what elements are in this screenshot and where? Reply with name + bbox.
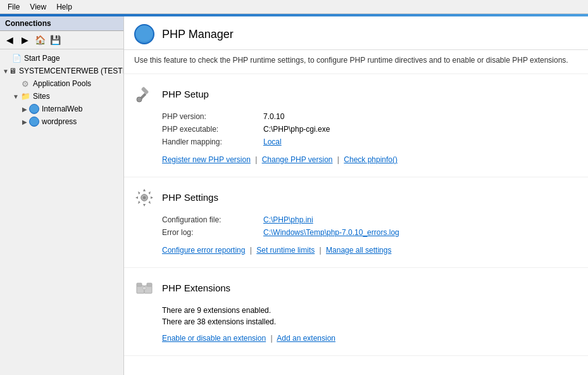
sidebar-item-wordpress[interactable]: ▶ wordpress [0,115,123,128]
settings-icon [134,188,154,208]
tree-label: wordpress [42,117,77,126]
tree-label: Sites [33,92,50,101]
svg-rect-9 [147,283,152,286]
extensions-icon [134,278,154,298]
settings-action-links: Configure error reporting | Set runtime … [134,241,578,262]
tree-label: InternalWeb [42,105,82,113]
error-log-link[interactable]: C:\Windows\Temp\php-7.0.10_errors.log [263,228,399,237]
check-phpinfo-link[interactable]: Check phpinfo() [344,155,397,164]
svg-point-2 [137,97,142,102]
folder-icon: 📁 [20,91,30,101]
tree-label: SYSTEMCENTERWEB (TESTI\ [19,67,123,75]
section-extensions-title: PHP Extensions [162,283,230,293]
field-value: C:\PHP\php-cgi.exe [263,125,330,134]
sidebar-toolbar: ◀ ▶ 🏠 💾 [0,31,123,49]
extensions-enabled-text: There are 9 extensions enabled. [134,306,578,315]
svg-point-5 [143,196,146,199]
menubar: File View Help [0,0,588,14]
sidebar-tree: 📄 Start Page ▼ 🖥 SYSTEMCENTERWEB (TESTI\… [0,49,123,375]
change-php-link[interactable]: Change PHP version [262,155,333,164]
tree-label: Application Pools [33,79,91,88]
menu-help[interactable]: Help [51,1,77,13]
sidebar-item-server[interactable]: ▼ 🖥 SYSTEMCENTERWEB (TESTI\ [0,65,123,77]
field-config-file: Configuration file: C:\PHP\php.ini [134,215,578,224]
expand-server-icon: ▼ [3,67,9,75]
expand-sites-icon: ▼ [11,92,20,101]
configure-error-link[interactable]: Configure error reporting [162,246,245,255]
toolbar-save[interactable]: 💾 [48,33,62,47]
content-description: Use this feature to check the PHP runtim… [124,50,588,74]
field-label: Error log: [162,228,263,237]
server-icon: 🖥 [9,66,16,76]
section-php-setup: PHP Setup PHP version: 7.0.10 PHP execut… [124,74,588,177]
extensions-action-links: Enable or disable an extension | Add an … [134,329,578,350]
handler-mapping-link[interactable]: Local [263,137,282,146]
add-extension-link[interactable]: Add an extension [277,334,335,343]
expand-icon [3,54,11,63]
content-header: PHP Manager [124,16,588,50]
manage-all-link[interactable]: Manage all settings [326,246,391,255]
set-runtime-link[interactable]: Set runtime limits [256,246,315,255]
section-setup-title: PHP Setup [162,89,209,99]
field-php-executable: PHP executable: C:\PHP\php-cgi.exe [134,125,578,134]
field-label: Configuration file: [162,215,263,224]
tree-label: Start Page [24,54,60,63]
section-extensions-header: PHP Extensions [134,278,578,298]
field-error-log: Error log: C:\Windows\Temp\php-7.0.10_er… [134,228,578,237]
section-setup-header: PHP Setup [134,84,578,105]
page-title: PHP Manager [162,28,234,41]
register-php-link[interactable]: Register new PHP version [162,155,251,164]
menu-view[interactable]: View [25,1,51,13]
toolbar-home[interactable]: 🏠 [33,33,47,47]
sidebar: Connections ◀ ▶ 🏠 💾 📄 Start Page ▼ 🖥 SYS… [0,16,124,375]
globe-icon-wp [29,117,39,127]
toolbar-back[interactable]: ◀ [3,33,16,47]
sidebar-item-start-page[interactable]: 📄 Start Page [0,52,123,65]
sidebar-item-app-pools[interactable]: ⚙ Application Pools [0,77,123,90]
section-settings-header: PHP Settings [134,188,578,208]
php-manager-icon [134,24,154,44]
connections-header: Connections [0,16,123,31]
toolbar-forward[interactable]: ▶ [18,33,32,47]
extensions-installed-text: There are 38 extensions installed. [134,317,578,326]
sidebar-item-internalweb[interactable]: ▶ InternalWeb [0,103,123,115]
expand-internalweb-icon: ▶ [20,105,29,113]
setup-action-links: Register new PHP version | Change PHP ve… [134,150,578,172]
sidebar-item-sites[interactable]: ▼ 📁 Sites [0,90,123,103]
pools-icon: ⚙ [20,79,30,89]
expand-pools-icon [11,79,20,88]
main-layout: Connections ◀ ▶ 🏠 💾 📄 Start Page ▼ 🖥 SYS… [0,16,588,375]
field-handler-mapping: Handler mapping: Local [134,137,578,146]
section-settings-title: PHP Settings [162,192,218,203]
content-area: PHP Manager Use this feature to check th… [124,16,588,375]
config-file-link[interactable]: C:\PHP\php.ini [263,215,313,224]
field-value: 7.0.10 [263,112,284,121]
menu-file[interactable]: File [3,1,25,13]
svg-rect-10 [142,287,146,289]
page-icon: 📄 [11,53,22,63]
section-php-settings: PHP Settings Configuration file: C:\PHP\… [124,177,588,268]
field-php-version: PHP version: 7.0.10 [134,112,578,121]
svg-rect-8 [137,283,142,286]
section-php-extensions: PHP Extensions There are 9 extensions en… [124,268,588,356]
expand-wordpress-icon: ▶ [20,117,29,126]
field-label: PHP version: [162,112,263,121]
globe-icon [29,104,39,114]
field-label: Handler mapping: [162,137,263,146]
enable-disable-link[interactable]: Enable or disable an extension [162,334,266,343]
field-label: PHP executable: [162,125,263,134]
setup-icon [134,84,154,105]
